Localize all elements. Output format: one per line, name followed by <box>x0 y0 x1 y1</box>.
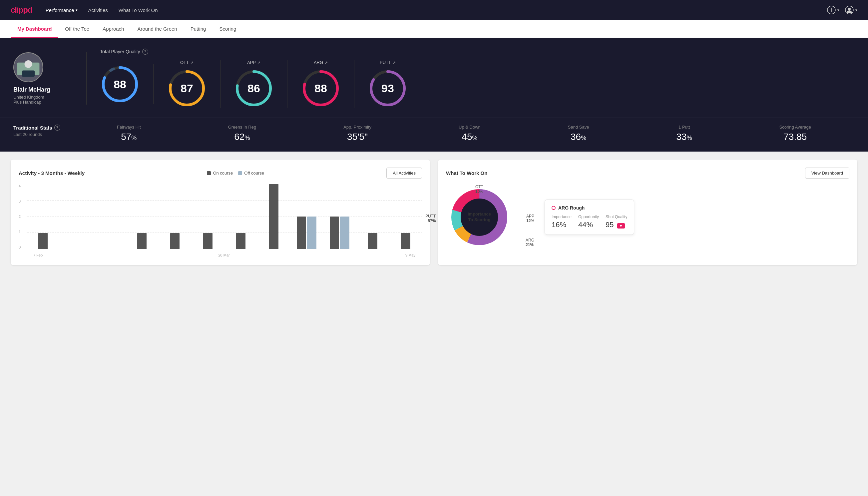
stat-greens-in-reg: Greens In Reg 62% <box>228 125 256 142</box>
stat-updown-value: 45% <box>459 131 480 142</box>
player-handicap: Plus Handicap <box>13 99 41 105</box>
bar-group <box>356 233 389 249</box>
on-course-bar <box>203 233 212 249</box>
tab-my-dashboard[interactable]: My Dashboard <box>11 20 58 38</box>
scores-section: Total Player Quality ? 88 OTT <box>86 49 855 108</box>
stat-scoring-average: Scoring Average 73.85 <box>779 125 811 142</box>
detail-card: ARG Rough Importance 16% Opportunity 44%… <box>545 200 634 235</box>
on-course-bar <box>330 217 339 249</box>
user-menu-button[interactable]: ▾ <box>845 5 857 15</box>
legend-on-course: On course <box>207 171 233 175</box>
svg-rect-8 <box>22 71 35 77</box>
y-label-1: 1 <box>19 230 21 234</box>
stat-oneputt-label: 1 Putt <box>676 125 692 129</box>
donut-section: ImportanceTo Scoring OTT10% APP12% ARG21… <box>446 184 512 250</box>
detail-shot-quality: Shot Quality 95 ▼ <box>605 215 627 229</box>
tab-around-the-green[interactable]: Around the Green <box>130 20 184 38</box>
donut-arg-label: ARG21% <box>525 238 534 247</box>
svg-point-4 <box>848 7 851 10</box>
on-course-bar <box>38 233 48 249</box>
tab-putting[interactable]: Putting <box>184 20 213 38</box>
opportunity-value: 44% <box>578 220 599 229</box>
total-score-value: 88 <box>114 78 126 91</box>
stat-fairways-value: 57% <box>117 131 141 142</box>
bar-group <box>159 233 191 249</box>
bar-group <box>323 217 356 249</box>
nav-work-label: What To Work On <box>119 7 158 13</box>
sub-navigation: My Dashboard Off the Tee Approach Around… <box>0 20 868 38</box>
donut-ott-label: OTT10% <box>475 185 483 194</box>
app-logo[interactable]: clippd <box>11 5 32 15</box>
arg-trend-icon: ↗ <box>325 60 328 65</box>
tab-scoring[interactable]: Scoring <box>212 20 243 38</box>
on-course-bar <box>368 233 377 249</box>
legend-off-course: Off course <box>238 171 264 175</box>
tab-approach[interactable]: Approach <box>96 20 130 38</box>
detail-card-header: ARG Rough <box>552 205 627 211</box>
nav-activities-label: Activities <box>88 7 108 13</box>
stat-fairways-label: Fairways Hit <box>117 125 141 129</box>
arg-score-value: 88 <box>314 82 327 95</box>
hero-section: Blair McHarg United Kingdom Plus Handica… <box>0 38 868 118</box>
nav-performance[interactable]: Performance ▾ <box>46 7 78 13</box>
shot-quality-badge: ▼ <box>617 223 625 229</box>
stats-info-icon[interactable]: ? <box>54 125 60 130</box>
on-course-bar <box>401 233 410 249</box>
bar-group <box>257 184 290 249</box>
detail-metrics: Importance 16% Opportunity 44% Shot Qual… <box>552 215 627 229</box>
on-course-bar <box>137 233 146 249</box>
donut-center-label: ImportanceTo Scoring <box>468 212 491 223</box>
putt-label: PUTT ↗ <box>380 60 396 65</box>
all-activities-button[interactable]: All Activities <box>386 168 422 179</box>
nav-what-to-work-on[interactable]: What To Work On <box>119 7 158 13</box>
info-icon[interactable]: ? <box>142 49 148 55</box>
add-chevron-icon: ▾ <box>837 8 839 12</box>
player-info: Blair McHarg United Kingdom Plus Handica… <box>13 52 86 105</box>
detail-opportunity: Opportunity 44% <box>578 215 599 229</box>
bar-group <box>191 233 224 249</box>
stat-sand-save: Sand Save 36% <box>568 125 589 142</box>
stat-one-putt: 1 Putt 33% <box>676 125 692 142</box>
stat-updown-label: Up & Down <box>459 125 480 129</box>
ott-trend-icon: ↗ <box>190 60 193 65</box>
work-on-title: What To Work On <box>446 170 487 176</box>
tab-off-the-tee[interactable]: Off the Tee <box>58 20 96 38</box>
on-course-bar <box>269 184 279 249</box>
donut-putt-label: PUTT57% <box>425 214 436 223</box>
work-on-content: ImportanceTo Scoring OTT10% APP12% ARG21… <box>446 184 849 250</box>
app-ring: 86 <box>234 68 274 108</box>
activity-chart: 0 1 2 3 4 7 Feb 28 Mar 9 May <box>19 184 422 257</box>
app-trend-icon: ↗ <box>257 60 261 65</box>
on-course-bar <box>297 217 306 249</box>
bar-group <box>389 233 422 249</box>
nav-right: ▾ ▾ <box>827 5 857 15</box>
score-app: APP ↗ 86 <box>221 60 287 108</box>
view-dashboard-button[interactable]: View Dashboard <box>805 168 849 179</box>
score-total: 88 <box>100 64 154 104</box>
x-axis: 7 Feb 28 Mar 9 May <box>27 253 422 257</box>
score-putt: PUTT ↗ 93 <box>354 60 421 108</box>
player-name: Blair McHarg <box>13 86 50 93</box>
putt-score-value: 93 <box>381 82 394 95</box>
work-on-card: What To Work On View Dashboard <box>438 159 857 265</box>
stat-up-down: Up & Down 45% <box>459 125 480 142</box>
activity-card-title: Activity - 3 Months - Weekly <box>19 170 84 176</box>
stat-scoring-label: Scoring Average <box>779 125 811 129</box>
on-course-bar <box>170 233 179 249</box>
add-button[interactable]: ▾ <box>827 5 839 15</box>
bar-group <box>126 233 159 249</box>
shot-quality-value: 95 ▼ <box>605 220 627 229</box>
bar-group <box>27 233 60 249</box>
stats-label: Traditional Stats ? Last 20 rounds <box>13 125 67 137</box>
stat-sand-label: Sand Save <box>568 125 589 129</box>
chart-bars <box>27 184 422 249</box>
stat-scoring-value: 73.85 <box>779 131 811 142</box>
stat-fairways-hit: Fairways Hit 57% <box>117 125 141 142</box>
bar-group <box>224 233 257 249</box>
stat-greens-value: 62% <box>228 131 256 142</box>
score-rings: 88 OTT ↗ 87 AP <box>100 60 855 108</box>
off-course-dot <box>238 171 242 175</box>
nav-links: Performance ▾ Activities What To Work On <box>46 7 827 13</box>
off-course-bar <box>307 217 316 249</box>
nav-activities[interactable]: Activities <box>88 7 108 13</box>
